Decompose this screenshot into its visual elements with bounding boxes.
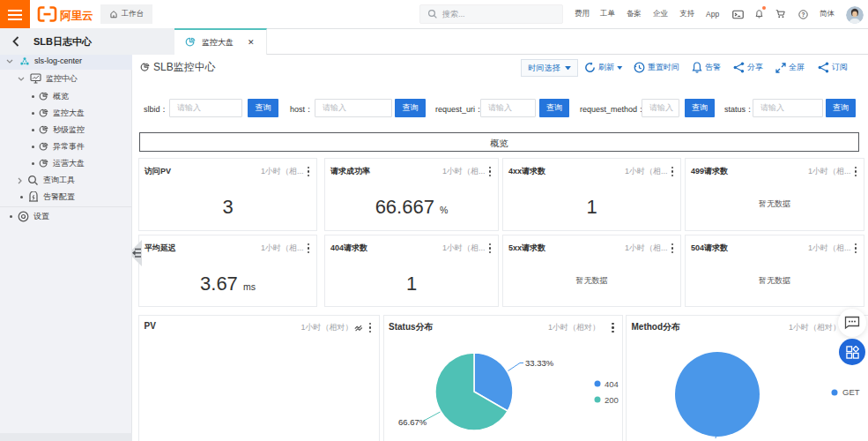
svg-text:GET: GET bbox=[842, 387, 860, 397]
svg-text:33.33%: 33.33% bbox=[525, 358, 554, 368]
svg-text:阿里云: 阿里云 bbox=[60, 10, 93, 22]
svg-text:404: 404 bbox=[605, 379, 619, 389]
svg-text:200: 200 bbox=[605, 395, 619, 405]
svg-text:66.67%: 66.67% bbox=[398, 417, 427, 427]
svg-text:?: ? bbox=[802, 11, 805, 17]
